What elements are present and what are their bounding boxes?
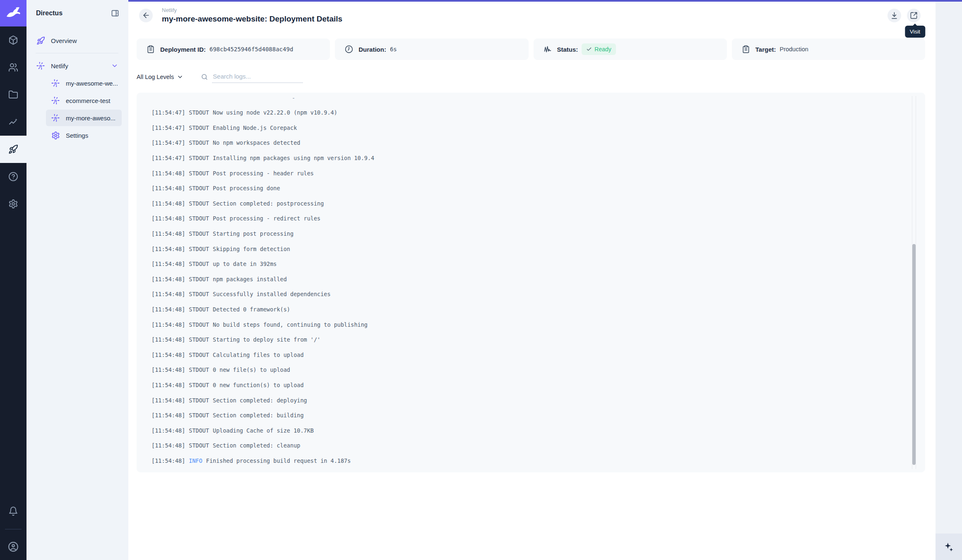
log-timestamp: [11:54:48]	[152, 200, 185, 207]
log-line: [11:54:47] STDOUT Installing npm package…	[152, 151, 900, 166]
log-level-filter[interactable]: All Log Levels	[137, 74, 183, 80]
collapse-sidebar-icon[interactable]	[111, 9, 119, 17]
log-message: Section completed: building	[213, 412, 303, 419]
gear-icon	[8, 199, 18, 209]
deployment-info-cards: Deployment ID: 698cb4525946f5d4088ac49d …	[137, 38, 925, 60]
content-area: Netlify my-more-awesome-website: Deploym…	[128, 0, 962, 560]
log-level: STDOUT	[189, 155, 209, 161]
sidebar-item-netlify[interactable]: n Netlify	[32, 57, 122, 74]
chevron-down-icon[interactable]	[111, 62, 118, 69]
log-line: [11:54:48] STDOUT Post processing done	[152, 181, 900, 196]
log-line: [11:54:48] STDOUT Section completed: pos…	[152, 196, 900, 211]
deployment-id-card: Deployment ID: 698cb4525946f5d4088ac49d	[137, 38, 330, 60]
module-help[interactable]	[0, 163, 26, 190]
log-line: [11:54:48] STDOUT up to date in 392ms	[152, 256, 900, 272]
log-line: [11:54:48] STDOUT Post processing - redi…	[152, 211, 900, 226]
log-timestamp: [11:54:48]	[152, 427, 185, 434]
log-timestamp: [11:54:48]	[152, 215, 185, 222]
directus-logo[interactable]	[0, 0, 26, 26]
log-level: STDOUT	[189, 170, 209, 177]
log-line: [11:54:48] STDOUT 0 new file(s) to uploa…	[152, 362, 900, 378]
sidebar-item-overview[interactable]: Overview	[32, 32, 122, 49]
back-button[interactable]	[139, 9, 153, 22]
log-message: No build steps found, continuing to publ…	[213, 321, 368, 328]
log-message: Installing npm packages using npm versio…	[213, 155, 374, 161]
log-timestamp: [11:54:48]	[152, 397, 185, 404]
user-circle-icon	[8, 541, 19, 552]
log-level: STDOUT	[189, 442, 209, 449]
log-message: No npm workspaces detected	[213, 139, 300, 146]
log-line: [11:54:48] STDOUT Starting post processi…	[152, 226, 900, 242]
module-deployments[interactable]	[0, 136, 26, 163]
module-files[interactable]	[0, 81, 26, 108]
sparkles-icon	[943, 541, 954, 552]
log-level: STDOUT	[189, 215, 209, 222]
clipped-log-line-fragment: -	[292, 97, 295, 101]
log-level: STDOUT	[189, 200, 209, 207]
clock-icon	[345, 45, 353, 53]
log-timestamp: [11:54:48]	[152, 230, 185, 237]
module-insights[interactable]	[0, 108, 26, 136]
netlify-site-icon: n	[51, 113, 60, 123]
log-scrollbar-thumb[interactable]	[912, 244, 916, 465]
log-line: [11:54:48] STDOUT Post processing - head…	[152, 165, 900, 181]
sidebar-item-my-more-awesome-website[interactable]: n my-more-aweso...	[46, 110, 122, 126]
download-logs-button[interactable]	[887, 9, 901, 22]
log-timestamp: [11:54:48]	[152, 382, 185, 388]
chevron-down-icon	[177, 74, 183, 80]
ai-assistant-button[interactable]	[936, 534, 962, 560]
log-message: Calculating files to upload	[213, 352, 303, 358]
log-level: STDOUT	[189, 336, 209, 343]
log-level: STDOUT	[189, 185, 209, 191]
log-line: [11:54:48] STDOUT Skipping form detectio…	[152, 241, 900, 256]
log-message: npm packages installed	[213, 276, 287, 282]
sidebar-item-ecommerce-test[interactable]: n ecommerce-test	[46, 92, 122, 109]
download-icon	[890, 12, 898, 19]
nav-list: Overview n Netlify n my-awesome-we... n …	[26, 26, 128, 144]
log-level: STDOUT	[189, 109, 209, 116]
log-level: STDOUT	[189, 124, 209, 131]
module-settings[interactable]	[0, 190, 26, 218]
log-line: [11:54:48] STDOUT Detected 0 framework(s…	[152, 302, 900, 317]
clipboard-icon	[147, 45, 155, 53]
activity-icon	[544, 45, 552, 53]
log-timestamp: [11:54:48]	[152, 366, 185, 373]
log-timestamp: [11:54:48]	[152, 336, 185, 343]
notifications-button[interactable]	[0, 498, 26, 525]
gear-icon	[51, 130, 60, 140]
search-icon	[201, 73, 208, 81]
arrow-left-icon	[142, 11, 150, 19]
clipboard-icon	[742, 45, 750, 53]
log-message: Now using node v22.22.0 (npm v10.9.4)	[213, 109, 337, 116]
sidebar-item-label: ecommerce-test	[66, 97, 111, 104]
log-timestamp: [11:54:48]	[152, 170, 185, 177]
log-line: [11:54:48] STDOUT Calculating files to u…	[152, 347, 900, 363]
log-timestamp: [11:54:48]	[152, 261, 185, 267]
sidebar-divider	[36, 53, 118, 53]
card-label: Deployment ID:	[160, 46, 206, 53]
sidebar-item-label: Settings	[66, 132, 88, 139]
log-lines: [11:54:47] STDOUT Now using node v22.22.…	[152, 105, 900, 468]
check-icon	[586, 46, 592, 52]
log-timestamp: [11:54:48]	[152, 276, 185, 282]
log-timestamp: [11:54:48]	[152, 185, 185, 191]
search-logs-input[interactable]	[212, 71, 303, 83]
bell-icon	[8, 506, 18, 516]
log-timestamp: [11:54:48]	[152, 306, 185, 313]
sidebar-item-label: my-more-aweso...	[66, 115, 115, 122]
log-line: [11:54:48] STDOUT Uploading Cache of siz…	[152, 423, 900, 438]
sidebar-item-settings[interactable]: Settings	[46, 127, 122, 144]
log-line: [11:54:48] STDOUT Section completed: cle…	[152, 438, 900, 453]
log-scrollbar-track[interactable]	[912, 96, 916, 469]
account-button[interactable]	[0, 534, 26, 560]
log-level: STDOUT	[189, 276, 209, 282]
visit-site-button[interactable]	[907, 9, 921, 22]
module-users[interactable]	[0, 54, 26, 81]
nav-sidebar: Directus Overview n Netlify n my-awesome…	[26, 0, 128, 560]
log-viewer[interactable]: - [11:54:47] STDOUT Now using node v22.2…	[137, 93, 925, 472]
sidebar-item-my-awesome-website[interactable]: n my-awesome-we...	[46, 75, 122, 91]
module-content[interactable]	[0, 26, 26, 54]
open-in-new-icon	[910, 12, 918, 19]
log-line: [11:54:48] STDOUT No build steps found, …	[152, 317, 900, 332]
users-icon	[8, 62, 18, 72]
